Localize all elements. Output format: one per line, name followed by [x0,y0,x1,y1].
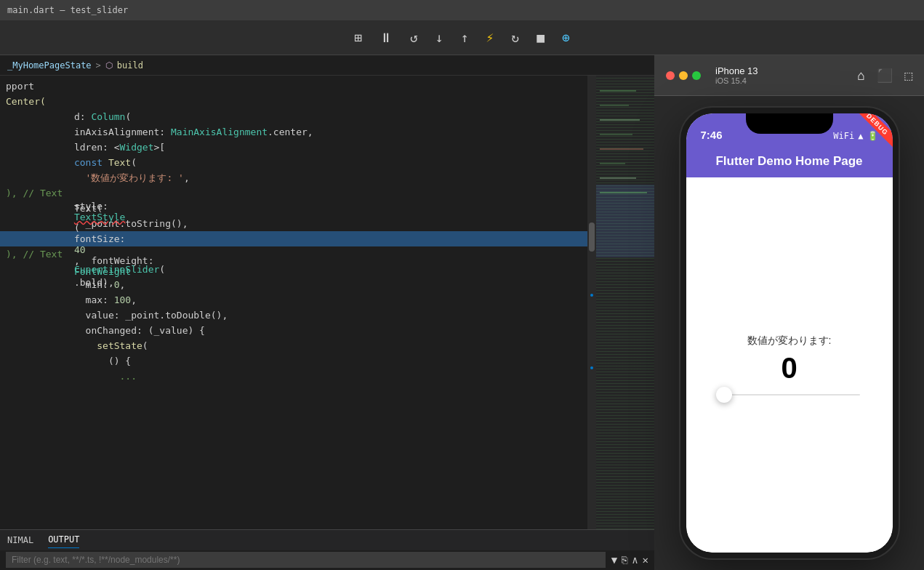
phone-frame-container: 7:46 WiFi ▲ 🔋 DEBUG Flutter Demo Home Pa… [654,96,924,570]
rotate-icon[interactable]: ⬚ [904,68,912,83]
status-bar: 7:46 WiFi ▲ 🔋 DEBUG [686,113,893,145]
code-scroll[interactable]: pport Center( d: Column( inAxisAlignment… [0,76,587,529]
terminal-tab-output[interactable]: OUTPUT [48,531,79,548]
code-line: ... [0,369,587,384]
terminal-tab-nimal[interactable]: NIMAL [7,532,33,548]
filter-up-icon[interactable]: ∧ [632,554,638,566]
wifi-icon: WiFi [833,131,854,141]
filter-input[interactable] [6,552,606,568]
minimap-line [600,134,632,135]
filter-copy-icon[interactable]: ⎘ [622,554,627,566]
minimap-line [600,148,643,150]
device-name: iPhone 13 [715,65,758,76]
scrollbar-thumb[interactable] [589,222,595,252]
breadcrumb-icon: ⬡ [105,60,113,71]
minimap-line [600,177,636,179]
breadcrumb-method: build [117,60,143,71]
minimap-line [600,105,629,106]
redo-icon[interactable]: ↻ [508,27,522,48]
terminal-tabs: NIMAL OUTPUT [0,530,654,550]
app-bar-title: Flutter Demo Home Page [715,154,862,169]
status-time: 7:46 [701,129,723,141]
reload-icon[interactable]: ↺ [407,27,421,48]
phone-frame: 7:46 WiFi ▲ 🔋 DEBUG Flutter Demo Home Pa… [680,108,899,558]
terminal-filter-bar: ▼ ⎘ ∧ ✕ [0,550,654,571]
minimap-line [600,163,625,164]
pause-icon[interactable]: ⏸ [377,27,395,48]
phone-screen: 7:46 WiFi ▲ 🔋 DEBUG Flutter Demo Home Pa… [686,113,893,553]
toolbar: ⊞ ⏸ ↺ ↓ ↑ ⚡ ↻ ■ ⊕ [0,20,924,55]
traffic-light-green[interactable] [692,71,701,80]
lightning-icon[interactable]: ⚡ [483,27,497,48]
home-icon[interactable]: ⌂ [857,68,865,83]
grid-icon[interactable]: ⊞ [351,27,365,48]
minimap-line [600,192,647,193]
screenshot-icon[interactable]: ⬛ [877,68,893,83]
device-os: iOS 15.4 [715,76,758,85]
app-bar: Flutter Demo Home Page [686,145,893,177]
code-container: pport Center( d: Column( inAxisAlignment… [0,76,654,529]
simulator-panel: iPhone 13 iOS 15.4 ⌂ ⬛ ⬚ 7:46 WiFi [654,55,924,570]
up-arrow-icon[interactable]: ↑ [458,27,472,48]
app-label: 数値が変わります: [747,334,832,348]
slider-track[interactable] [718,394,860,396]
filter-close-icon[interactable]: ✕ [643,554,648,566]
slider-container [718,394,860,396]
code-line: pport [0,79,587,94]
down-arrow-icon[interactable]: ↓ [433,27,446,48]
notch [746,113,833,134]
app-content: 数値が変わります: 0 [686,177,893,553]
simulator-header: iPhone 13 iOS 15.4 ⌂ ⬛ ⬚ [654,55,924,96]
minimap-content [596,76,654,529]
scroll-indicator-2 [590,366,593,369]
scroll-indicator [590,294,593,297]
filter-icons: ▼ ⎘ ∧ ✕ [611,554,648,566]
slider-thumb[interactable] [716,387,732,403]
breadcrumb-class: _MyHomePageState [7,60,92,71]
breadcrumb-separator: > [96,60,101,71]
breadcrumb: _MyHomePageState > ⬡ build [0,55,654,76]
app-value: 0 [781,353,797,382]
status-icons: WiFi ▲ 🔋 [833,131,877,141]
battery-icon: 🔋 [867,131,878,141]
simulator-header-icons: ⌂ ⬛ ⬚ [857,68,912,83]
main-area: _MyHomePageState > ⬡ build pport Center(… [0,55,924,570]
code-line-highlighted: style: TextStyle ( fontSize: 40 , fontWe… [0,231,587,246]
minimap-line [600,119,640,121]
search-zoom-icon[interactable]: ⊕ [559,27,573,48]
minimap-highlight [596,185,654,257]
editor-panel: _MyHomePageState > ⬡ build pport Center(… [0,55,654,570]
filter-funnel-icon[interactable]: ▼ [611,554,617,566]
terminal-area: NIMAL OUTPUT ▼ ⎘ ∧ ✕ [0,529,654,570]
scrollbar-track[interactable] [587,76,596,529]
minimap [596,76,654,529]
traffic-light-red[interactable] [666,71,675,80]
minimap-line [600,90,636,92]
traffic-lights [666,71,701,80]
title-bar: main.dart — test_slider [0,0,924,20]
stop-icon[interactable]: ■ [534,27,547,48]
traffic-light-yellow[interactable] [679,71,688,80]
signal-icon: ▲ [858,131,863,141]
title-bar-text: main.dart — test_slider [7,5,128,15]
device-info: iPhone 13 iOS 15.4 [715,65,758,85]
